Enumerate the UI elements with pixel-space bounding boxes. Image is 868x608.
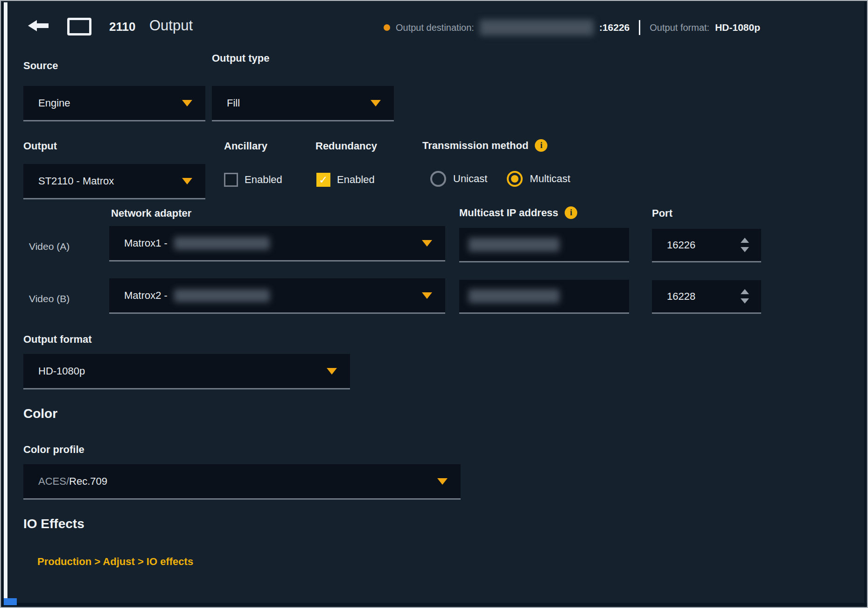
output-format-select[interactable]: HD-1080p [23, 354, 350, 389]
video-b-port-value: 16228 [667, 290, 695, 303]
io-effects-section-heading: IO Effects [23, 516, 84, 531]
back-button[interactable] [27, 19, 49, 33]
network-adapter-label: Network adapter [111, 207, 191, 219]
video-b-ip-redacted [469, 289, 560, 303]
ancillary-checkbox-group: Enabled [224, 173, 282, 187]
video-a-adapter-redacted [174, 237, 270, 250]
destination-port: :16226 [599, 22, 630, 33]
color-profile-value: Rec.709 [69, 475, 107, 488]
port-stepper[interactable] [741, 289, 749, 304]
transmission-method-radio-group: Unicast Multicast [430, 171, 570, 187]
color-profile-select[interactable]: ACES/ Rec.709 [23, 464, 461, 500]
multicast-radio-option[interactable]: Multicast [507, 171, 570, 187]
video-a-adapter-value: Matrox1 - [124, 237, 168, 249]
multicast-radio[interactable] [507, 171, 523, 187]
window-right-border [864, 2, 866, 607]
output-type-select-value: Fill [227, 97, 240, 109]
video-a-port-input[interactable]: 16226 [652, 229, 761, 262]
chevron-down-icon [182, 178, 192, 184]
info-icon[interactable]: i [535, 139, 547, 152]
multicast-radio-label: Multicast [530, 173, 570, 185]
output-format-label: Output format [23, 333, 92, 346]
stepper-down-icon[interactable] [741, 247, 749, 252]
destination-address-redacted [480, 20, 594, 35]
redundancy-checkbox-label: Enabled [337, 174, 375, 186]
video-b-multicast-ip-input[interactable] [459, 280, 629, 314]
io-effects-breadcrumb-link[interactable]: Production > Adjust > IO effects [37, 556, 193, 568]
video-b-adapter-value: Matrox2 - [124, 290, 168, 302]
color-profile-label: Color profile [23, 444, 84, 456]
color-profile-prefix: ACES/ [38, 475, 69, 488]
chevron-down-icon [437, 478, 448, 485]
output-type-label: Output type [212, 52, 269, 64]
output-settings-window: 2110 Output Output destination: :16226 O… [0, 0, 868, 608]
video-b-label: Video (B) [29, 293, 70, 304]
redundancy-checkbox-group: ✓ Enabled [316, 173, 375, 187]
output-label: Output [23, 140, 57, 152]
redundancy-label: Redundancy [315, 140, 377, 152]
stepper-up-icon[interactable] [741, 289, 749, 294]
source-label: Source [23, 60, 58, 72]
transmission-method-label: Transmission method i [422, 139, 547, 152]
source-select-value: Engine [38, 97, 70, 109]
back-arrow-icon [27, 19, 49, 33]
destination-label: Output destination: [396, 22, 474, 33]
radio-dot-icon [511, 175, 518, 183]
video-b-port-input[interactable]: 16228 [652, 280, 761, 314]
video-a-label: Video (A) [29, 241, 70, 252]
port-stepper[interactable] [741, 238, 749, 252]
left-scrollbar-strip[interactable] [4, 2, 7, 605]
window-bottom-border [2, 603, 867, 606]
stepper-down-icon[interactable] [741, 298, 749, 304]
chevron-down-icon [327, 368, 337, 375]
video-a-adapter-select[interactable]: Matrox1 - [109, 226, 445, 262]
video-a-port-value: 16226 [667, 239, 695, 251]
info-icon[interactable]: i [565, 206, 577, 219]
unicast-radio[interactable] [430, 171, 446, 187]
chevron-down-icon [371, 100, 381, 106]
page-title: Output [149, 17, 193, 34]
ancillary-checkbox-label: Enabled [245, 174, 282, 186]
check-icon: ✓ [319, 175, 328, 185]
output-type-select[interactable]: Fill [212, 86, 394, 121]
bottom-left-blue-fragment [4, 598, 17, 605]
video-b-adapter-redacted [174, 289, 270, 302]
status-dot-icon [384, 24, 390, 31]
chevron-down-icon [422, 292, 432, 299]
port-label: Port [652, 207, 672, 219]
chevron-down-icon [182, 100, 192, 106]
unicast-radio-label: Unicast [453, 173, 487, 185]
redundancy-checkbox[interactable]: ✓ [316, 173, 330, 187]
video-b-adapter-select[interactable]: Matrox2 - [109, 278, 445, 314]
channel-id: 2110 [109, 20, 135, 34]
ancillary-checkbox[interactable] [224, 173, 238, 187]
format-label: Output format: [650, 22, 709, 33]
multicast-ip-label: Multicast IP address i [459, 206, 577, 219]
stepper-up-icon[interactable] [741, 238, 749, 243]
chevron-down-icon [422, 240, 432, 247]
status-divider [639, 20, 640, 35]
source-select[interactable]: Engine [23, 86, 205, 121]
status-bar: Output destination: :16226 Output format… [384, 18, 760, 37]
output-select-value: ST2110 - Matrox [38, 175, 114, 187]
output-format-select-value: HD-1080p [38, 365, 85, 377]
unicast-radio-option[interactable]: Unicast [430, 171, 487, 187]
format-value: HD-1080p [715, 22, 760, 33]
transmission-method-label-text: Transmission method [422, 140, 528, 152]
color-section-heading: Color [23, 406, 57, 421]
output-select[interactable]: ST2110 - Matrox [23, 164, 205, 199]
multicast-ip-label-text: Multicast IP address [459, 207, 558, 219]
video-a-multicast-ip-input[interactable] [459, 228, 629, 262]
output-window-icon[interactable] [67, 18, 91, 35]
video-a-ip-redacted [469, 238, 560, 252]
ancillary-label: Ancillary [224, 140, 267, 152]
